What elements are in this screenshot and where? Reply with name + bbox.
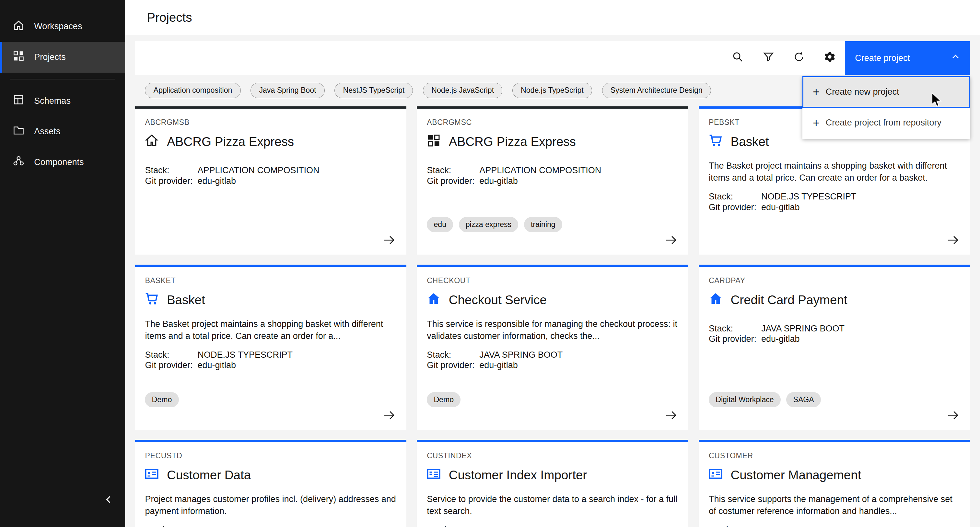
project-tag: Demo bbox=[145, 392, 178, 407]
stack-value: JAVA SPRING BOOT bbox=[761, 323, 845, 334]
git-provider-value: edu-gitlab bbox=[479, 360, 518, 370]
project-card-abcrgmsb[interactable]: ABCRGMSB ABCRG Pizza Express Stack: APPL… bbox=[135, 106, 406, 255]
project-tags: edu pizza express training bbox=[427, 217, 678, 232]
git-provider-value: edu-gitlab bbox=[479, 176, 518, 187]
create-project-button-label: Create project bbox=[855, 53, 910, 63]
sidebar-item-label: Schemas bbox=[34, 96, 71, 106]
filter-tag[interactable]: Application composition bbox=[145, 83, 240, 98]
menu-item-create-new-project[interactable]: + Create new project bbox=[802, 76, 970, 107]
git-provider-label: Git provider: bbox=[709, 334, 761, 344]
projects-icon bbox=[13, 50, 24, 64]
settings-button[interactable] bbox=[815, 41, 845, 75]
sidebar-item-assets[interactable]: Assets bbox=[0, 117, 125, 147]
filter-button[interactable] bbox=[753, 41, 784, 75]
project-title: Basket bbox=[730, 134, 769, 149]
project-title: Customer Index Importer bbox=[449, 468, 587, 482]
project-tag: pizza express bbox=[459, 217, 519, 232]
chevron-left-icon bbox=[104, 495, 114, 507]
filter-tag[interactable]: Node.js TypeScript bbox=[512, 83, 592, 98]
plus-icon: + bbox=[813, 86, 819, 97]
assets-icon bbox=[13, 125, 24, 139]
git-provider-label: Git provider: bbox=[427, 360, 479, 370]
sidebar: Workspaces Projects Schemas bbox=[0, 0, 125, 527]
filter-icon bbox=[763, 51, 774, 65]
project-tag: Digital Workplace bbox=[709, 392, 781, 407]
stack-value: NODE.JS TYPESCRIPT bbox=[197, 525, 293, 527]
project-card-grid: ABCRGMSB ABCRG Pizza Express Stack: APPL… bbox=[135, 106, 970, 527]
sidebar-item-label: Projects bbox=[34, 52, 66, 62]
open-project-arrow[interactable] bbox=[664, 233, 678, 247]
sidebar-item-components[interactable]: Components bbox=[0, 147, 125, 178]
stack-value: JAVA SPRING BOOT bbox=[479, 525, 563, 527]
project-tags: Digital Workplace SAGA bbox=[709, 392, 960, 407]
project-tag: edu bbox=[427, 217, 453, 232]
project-description: Project manages customer profiles incl. … bbox=[145, 493, 396, 517]
plus-icon: + bbox=[813, 117, 819, 129]
create-project-button[interactable]: Create project bbox=[845, 41, 970, 75]
sidebar-collapse-button[interactable] bbox=[99, 491, 119, 511]
sidebar-item-workspaces[interactable]: Workspaces bbox=[0, 11, 125, 42]
git-provider-label: Git provider: bbox=[427, 176, 479, 187]
search-button[interactable] bbox=[722, 41, 753, 75]
project-card-customer[interactable]: CUSTOMER Customer Management This servic… bbox=[699, 440, 970, 527]
open-project-arrow[interactable] bbox=[382, 408, 396, 422]
microservices-icon bbox=[427, 134, 441, 150]
project-description: Service to provide the customer data to … bbox=[427, 493, 678, 517]
project-tags: Demo bbox=[145, 392, 396, 407]
project-code: CHECKOUT bbox=[427, 276, 678, 285]
stack-label: Stack: bbox=[427, 525, 479, 527]
project-tag: Demo bbox=[427, 392, 460, 407]
open-project-arrow[interactable] bbox=[664, 408, 678, 422]
stack-label: Stack: bbox=[427, 165, 479, 176]
project-code: CUSTINDEX bbox=[427, 452, 678, 460]
open-project-arrow[interactable] bbox=[946, 408, 960, 422]
project-title: Customer Management bbox=[730, 468, 861, 482]
filter-tag[interactable]: Node.js JavaScript bbox=[423, 83, 502, 98]
create-project-menu: + Create new project + Create project fr… bbox=[802, 76, 970, 139]
open-project-arrow[interactable] bbox=[946, 233, 960, 247]
stack-value: NODE.JS TYPESCRIPT bbox=[197, 350, 293, 360]
project-card-abcrgmsc[interactable]: ABCRGMSC ABCRG Pizza Express Stack: APPL… bbox=[417, 106, 688, 255]
stack-value: APPLICATION COMPOSITION bbox=[197, 165, 319, 176]
refresh-button[interactable] bbox=[784, 41, 815, 75]
project-card-cardpay[interactable]: CARDPAY Credit Card Payment Stack: JAVA … bbox=[699, 265, 970, 430]
filter-tag[interactable]: System Architecture Design bbox=[602, 83, 711, 98]
sidebar-item-schemas[interactable]: Schemas bbox=[0, 86, 125, 117]
sidebar-item-projects[interactable]: Projects bbox=[0, 42, 125, 73]
stack-value: NODE.JS TYPESCRIPT bbox=[761, 525, 856, 527]
project-description: The Basket project maintains a shopping … bbox=[709, 160, 960, 184]
menu-item-create-from-repository[interactable]: + Create project from repository bbox=[802, 108, 970, 139]
git-provider-value: edu-gitlab bbox=[197, 360, 236, 370]
sidebar-item-label: Assets bbox=[34, 126, 60, 137]
project-tag: training bbox=[524, 217, 562, 232]
git-provider-label: Git provider: bbox=[145, 360, 197, 370]
menu-item-label: Create new project bbox=[826, 87, 899, 97]
project-card-custindex[interactable]: CUSTINDEX Customer Index Importer Servic… bbox=[417, 440, 688, 527]
project-card-basket[interactable]: BASKET Basket The Basket project maintai… bbox=[135, 265, 406, 430]
home-icon bbox=[145, 134, 159, 150]
settings-icon bbox=[824, 51, 835, 65]
open-project-arrow[interactable] bbox=[382, 233, 396, 247]
project-card-checkout[interactable]: CHECKOUT Checkout Service This service i… bbox=[417, 265, 688, 430]
stack-label: Stack: bbox=[145, 165, 197, 176]
contact-card-icon bbox=[427, 467, 441, 483]
components-icon bbox=[13, 155, 24, 169]
stack-value: APPLICATION COMPOSITION bbox=[479, 165, 601, 176]
stack-label: Stack: bbox=[145, 525, 197, 527]
project-title: Customer Data bbox=[167, 468, 251, 482]
git-provider-value: edu-gitlab bbox=[197, 176, 236, 187]
git-provider-label: Git provider: bbox=[709, 202, 761, 213]
project-code: PECUSTD bbox=[145, 452, 396, 460]
project-code: CARDPAY bbox=[709, 276, 960, 285]
project-title: Checkout Service bbox=[449, 293, 547, 307]
home-icon bbox=[13, 20, 24, 34]
page-header: Projects bbox=[125, 0, 980, 35]
project-card-pecustd[interactable]: PECUSTD Customer Data Project manages cu… bbox=[135, 440, 406, 527]
project-title: ABCRG Pizza Express bbox=[167, 134, 294, 149]
filter-tag[interactable]: NestJS TypeScript bbox=[334, 83, 413, 98]
home-icon bbox=[709, 292, 722, 308]
project-title: Credit Card Payment bbox=[730, 293, 847, 307]
filter-tag[interactable]: Java Spring Boot bbox=[250, 83, 325, 98]
git-provider-label: Git provider: bbox=[145, 176, 197, 187]
stack-label: Stack: bbox=[709, 191, 761, 202]
